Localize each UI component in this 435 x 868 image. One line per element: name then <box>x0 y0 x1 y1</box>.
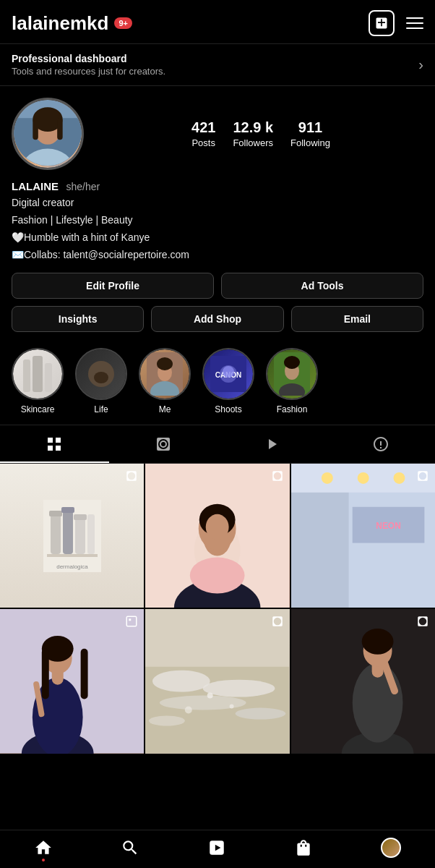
svg-point-48 <box>322 472 333 484</box>
profile-top: 421 Posts 12.9 k Followers 911 Following <box>12 98 423 170</box>
followers-stat[interactable]: 12.9 k Followers <box>233 119 273 148</box>
skincare-thumbnail <box>20 352 56 396</box>
reel-indicator-3 <box>416 469 429 482</box>
beach-grid-image <box>145 609 289 753</box>
grid-cell-4[interactable] <box>0 609 144 753</box>
highlight-skincare[interactable]: Skincare <box>12 348 64 414</box>
svg-rect-65 <box>127 617 137 627</box>
reel-badge-2 <box>271 469 284 485</box>
tab-grid[interactable] <box>0 425 109 463</box>
svg-point-17 <box>157 357 173 370</box>
tab-reels[interactable] <box>109 425 218 463</box>
highlight-shoots[interactable]: CANON Shoots <box>202 348 254 414</box>
highlight-fashion[interactable]: Fashion <box>266 348 318 414</box>
reel-indicator-5 <box>271 615 284 628</box>
hamburger-line-2 <box>406 22 423 24</box>
highlight-bg-skincare <box>13 349 62 399</box>
photo-indicator-4 <box>125 615 138 628</box>
svg-point-83 <box>361 629 393 655</box>
nav-reels[interactable] <box>207 838 226 857</box>
svg-point-12 <box>94 372 108 383</box>
profile-avatar-nav <box>381 838 401 858</box>
svg-rect-34 <box>87 514 95 554</box>
shoots-thumbnail: CANON <box>210 356 246 392</box>
bottom-nav <box>0 830 435 868</box>
svg-rect-32 <box>75 518 85 554</box>
hamburger-line-1 <box>406 17 423 19</box>
email-button[interactable]: Email <box>291 306 423 332</box>
avatar-wrapper[interactable] <box>12 98 84 170</box>
reel-badge-6 <box>416 615 429 631</box>
insights-button[interactable]: Insights <box>12 306 144 332</box>
highlight-bg-fashion <box>267 349 316 399</box>
svg-text:NEON: NEON <box>376 521 401 531</box>
highlight-bg-me <box>140 349 189 399</box>
header-left: lalainemkd 9+ <box>12 12 132 35</box>
following-stat[interactable]: 911 Following <box>290 119 330 148</box>
search-icon <box>121 838 139 857</box>
header: lalainemkd 9+ <box>0 0 435 43</box>
nav-profile[interactable] <box>381 838 401 858</box>
following-count: 911 <box>298 119 322 136</box>
nav-shop[interactable] <box>294 838 313 857</box>
photo-grid: dermalogica <box>0 464 435 754</box>
highlight-label-me: Me <box>159 404 171 414</box>
notification-badge[interactable]: 9+ <box>114 17 132 29</box>
highlights-section: Skincare Life Me <box>0 342 435 425</box>
tab-videos[interactable] <box>218 425 327 463</box>
stats-row: 421 Posts 12.9 k Followers 911 Following <box>98 119 423 148</box>
reel-indicator-1 <box>125 469 138 482</box>
username: lalainemkd <box>12 12 108 35</box>
grid-cell-5[interactable] <box>145 609 289 753</box>
nav-search[interactable] <box>121 838 139 857</box>
highlight-circle-me <box>139 348 191 400</box>
grid-image-6 <box>291 609 435 753</box>
content-tab-bar <box>0 425 435 464</box>
grid-cell-3[interactable]: NEON <box>291 464 435 608</box>
edit-profile-button[interactable]: Edit Profile <box>12 273 214 299</box>
svg-rect-27 <box>47 554 98 557</box>
grid-image-3: NEON <box>291 464 435 608</box>
highlight-circle-shoots: CANON <box>202 348 254 400</box>
bio-line-4: ✉️Collabs: talent@socialrepertoire.com <box>12 247 423 263</box>
svg-rect-64 <box>81 649 88 699</box>
highlight-me[interactable]: Me <box>139 348 191 414</box>
grid-cell-2[interactable] <box>145 464 289 608</box>
highlight-label-life: Life <box>94 404 108 414</box>
tab-tagged[interactable] <box>327 425 436 463</box>
svg-rect-10 <box>45 363 52 392</box>
add-post-button[interactable] <box>369 10 395 36</box>
posts-stat[interactable]: 421 Posts <box>191 119 215 148</box>
svg-point-74 <box>230 705 234 709</box>
btn-row-1: Edit Profile Ad Tools <box>12 273 423 299</box>
dashboard-title: Professional dashboard <box>12 53 165 64</box>
nav-home[interactable] <box>34 838 53 857</box>
btn-row-2: Insights Add Shop Email <box>12 306 423 332</box>
skincare-grid-image: dermalogica <box>43 500 101 572</box>
ad-tools-button[interactable]: Ad Tools <box>221 273 423 299</box>
bio-line-1: Digital creator <box>12 195 423 210</box>
grid-icon <box>46 435 63 453</box>
life-thumbnail <box>83 356 119 392</box>
home-icon <box>34 838 53 857</box>
grid-cell-1[interactable]: dermalogica <box>0 464 144 608</box>
dashboard-info: Professional dashboard Tools and resourc… <box>12 53 165 77</box>
menu-button[interactable] <box>406 17 423 29</box>
add-shop-button[interactable]: Add Shop <box>151 306 283 332</box>
svg-point-75 <box>185 707 192 714</box>
svg-rect-7 <box>57 118 63 140</box>
svg-rect-9 <box>33 356 43 392</box>
svg-rect-33 <box>74 514 87 520</box>
reels-nav-icon <box>207 838 226 857</box>
portrait-grid-image-4 <box>0 609 144 753</box>
grid-image-5 <box>145 609 289 753</box>
highlight-life[interactable]: Life <box>75 348 127 414</box>
followers-label: Followers <box>233 137 273 148</box>
bio-name: LALAINE <box>12 180 59 192</box>
svg-point-49 <box>357 472 369 484</box>
svg-rect-63 <box>42 649 49 699</box>
header-icons <box>369 10 423 36</box>
dashboard-banner[interactable]: Professional dashboard Tools and resourc… <box>0 43 435 86</box>
highlight-label-skincare: Skincare <box>21 404 55 414</box>
grid-cell-6[interactable] <box>291 609 435 753</box>
